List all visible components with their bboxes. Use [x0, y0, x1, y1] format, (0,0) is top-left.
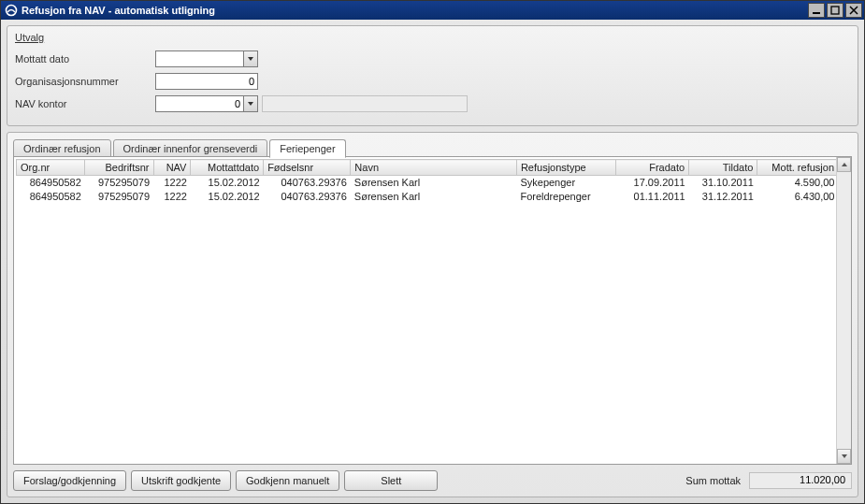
mottatt-dato-input[interactable] [155, 50, 243, 67]
titlebar: Refusjon fra NAV - automatisk utligning [1, 1, 864, 20]
cell-refusjonstype: Sykepenger [516, 176, 616, 190]
scroll-down-button[interactable] [837, 449, 851, 464]
nav-kontor-dropdown-button[interactable] [243, 95, 258, 112]
cell-bedriftsnr: 975295079 [85, 190, 153, 204]
tabstrip: Ordinær refusjon Ordinær innenfor grense… [13, 137, 852, 157]
cell-orgnr: 864950582 [17, 176, 85, 190]
col-tildato[interactable]: Tildato [689, 160, 757, 176]
refusjon-table: Org.nr Bedriftsnr NAV Mottattdato Fødsel… [16, 159, 836, 204]
cell-nav: 1222 [153, 190, 191, 204]
utvalg-title: Utvalg [15, 32, 850, 43]
cell-fodselsnr: 040763.29376 [264, 190, 351, 204]
tab-feriepenger[interactable]: Feriepenger [269, 139, 345, 158]
col-refusjonstype[interactable]: Refusjonstype [516, 160, 616, 176]
minimize-button[interactable] [808, 3, 825, 18]
window-title: Refusjon fra NAV - automatisk utligning [22, 5, 806, 16]
orgnr-label: Organisasjonsnummer [15, 76, 155, 87]
nav-kontor-input[interactable] [155, 95, 243, 112]
col-mott-refusjon[interactable]: Mott. refusjon [757, 160, 836, 176]
cell-navn: Sørensen Karl [351, 176, 517, 190]
maximize-button[interactable] [827, 3, 843, 18]
vertical-scrollbar[interactable] [836, 157, 851, 464]
mottatt-dato-dropdown-button[interactable] [243, 50, 258, 67]
nav-kontor-label: NAV kontor [15, 98, 155, 109]
table-row[interactable]: 864950582975295079122215.02.2012040763.2… [17, 176, 837, 190]
sum-mottak-value: 11.020,00 [749, 472, 852, 489]
cell-bedriftsnr: 975295079 [85, 176, 153, 190]
col-fradato[interactable]: Fradato [616, 160, 689, 176]
cell-mottattdato: 15.02.2012 [191, 176, 264, 190]
col-orgnr[interactable]: Org.nr [17, 160, 85, 176]
tab-ordinaer-refusjon[interactable]: Ordinær refusjon [13, 139, 111, 158]
scroll-track[interactable] [837, 172, 851, 449]
cell-fradato: 01.11.2011 [616, 190, 689, 204]
svg-rect-2 [831, 7, 839, 14]
table-row[interactable]: 864950582975295079122215.02.2012040763.2… [17, 190, 837, 204]
tabs-area: Ordinær refusjon Ordinær innenfor grense… [7, 132, 858, 497]
col-bedriftsnr[interactable]: Bedriftsnr [85, 160, 153, 176]
cell-nav: 1222 [153, 176, 191, 190]
utvalg-group: Utvalg Mottatt dato Organisasjonsnummer … [7, 25, 858, 126]
sum-mottak-label: Sum mottak [685, 475, 741, 486]
app-window: Refusjon fra NAV - automatisk utligning … [0, 0, 865, 504]
cell-mott_refusjon: 4.590,00 [757, 176, 836, 190]
cell-mottattdato: 15.02.2012 [191, 190, 264, 204]
godkjenn-manuelt-button[interactable]: Godkjenn manuelt [236, 470, 339, 491]
col-nav[interactable]: NAV [153, 160, 191, 176]
cell-tildato: 31.10.2011 [689, 176, 757, 190]
col-fodselsnr[interactable]: Fødselsnr [264, 160, 351, 176]
tab-ordinaer-grenseverdi[interactable]: Ordinær innenfor grenseverdi [113, 139, 268, 158]
slett-button[interactable]: Slett [344, 470, 438, 491]
close-button[interactable] [845, 3, 862, 18]
utskrift-godkjente-button[interactable]: Utskrift godkjente [131, 470, 231, 491]
cell-tildato: 31.12.2011 [689, 190, 757, 204]
cell-refusjonstype: Foreldrepenger [516, 190, 616, 204]
footer-bar: Forslag/godkjenning Utskrift godkjente G… [13, 470, 852, 491]
nav-kontor-name-display [262, 95, 468, 112]
col-mottattdato[interactable]: Mottattdato [191, 160, 264, 176]
cell-orgnr: 864950582 [17, 190, 85, 204]
mottatt-dato-label: Mottatt dato [15, 53, 155, 65]
grid-container: Org.nr Bedriftsnr NAV Mottattdato Fødsel… [13, 156, 852, 465]
svg-rect-1 [813, 12, 820, 14]
col-navn[interactable]: Navn [351, 160, 517, 176]
forslag-godkjenning-button[interactable]: Forslag/godkjenning [13, 470, 126, 491]
cell-fradato: 17.09.2011 [616, 176, 689, 190]
orgnr-input[interactable] [155, 73, 258, 90]
cell-navn: Sørensen Karl [351, 190, 517, 204]
scroll-up-button[interactable] [837, 157, 851, 172]
cell-fodselsnr: 040763.29376 [264, 176, 351, 190]
app-icon [5, 4, 18, 17]
cell-mott_refusjon: 6.430,00 [757, 190, 836, 204]
